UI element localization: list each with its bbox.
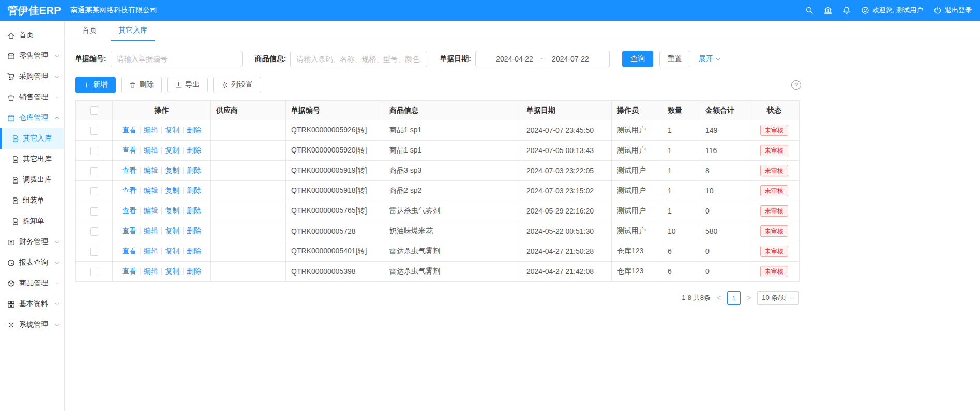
sidebar-item-sales[interactable]: 销售管理 (0, 87, 64, 108)
next-page-button[interactable]: > (746, 294, 752, 302)
download-icon (175, 82, 182, 88)
query-button-label: 查询 (630, 54, 645, 64)
delete-button[interactable]: 删除 (121, 77, 162, 93)
bell-icon[interactable] (842, 6, 851, 14)
select-all-checkbox[interactable] (90, 106, 98, 115)
sidebar-item-retail[interactable]: 零售管理 (0, 45, 64, 66)
tab-home[interactable]: 首页 (75, 21, 104, 41)
row-checkbox[interactable] (90, 187, 98, 195)
logout-text: 退出登录 (945, 6, 972, 15)
tab-other-inbound[interactable]: 其它入库 (111, 21, 155, 41)
row-action-view[interactable]: 查看 (122, 146, 137, 154)
row-action-delete[interactable]: 删除 (187, 146, 201, 154)
sidebar-item-basic[interactable]: 基本资料 (0, 294, 64, 314)
row-action-delete[interactable]: 删除 (187, 206, 201, 215)
sidebar-item-report[interactable]: 报表查询 (0, 252, 64, 273)
date-start[interactable]: 2024-04-22 (496, 55, 533, 63)
chevron-down-icon (54, 260, 60, 266)
cell-qty: 1 (662, 181, 700, 201)
column-settings-button[interactable]: 列设置 (213, 77, 261, 93)
cell-bill-no: QTRK00000005398 (286, 262, 384, 282)
filter-bar: 单据编号: 商品信息: 单据日期: 2024-04-22 ~ 2024-07-2… (75, 51, 804, 67)
row-action-edit[interactable]: 编辑 (144, 226, 158, 235)
help-icon[interactable]: ? (791, 80, 801, 90)
sidebar-item-goods[interactable]: 商品管理 (0, 273, 64, 294)
table-row: 查看|编辑|复制|删除QTRK00000005920[转]商品1 sp12024… (76, 141, 800, 161)
row-checkbox[interactable] (90, 268, 98, 276)
date-end[interactable]: 2024-07-22 (552, 55, 589, 63)
table-header-row: 操作供应商单据编号商品信息单据日期操作员数量金额合计状态 (76, 101, 800, 120)
welcome-user[interactable]: 欢迎您, 测试用户 (861, 6, 923, 15)
date-range-picker[interactable]: 2024-04-22 ~ 2024-07-22 (475, 51, 610, 67)
row-action-edit[interactable]: 编辑 (144, 126, 158, 134)
row-checkbox[interactable] (90, 147, 98, 155)
row-action-copy[interactable]: 复制 (165, 166, 179, 174)
sidebar-subitem-transfer-outbound[interactable]: 调拨出库 (0, 170, 64, 190)
sidebar-subitem-disassembly[interactable]: 拆卸单 (0, 211, 64, 232)
row-checkbox[interactable] (90, 227, 98, 236)
sidebar-item-home[interactable]: 首页 (0, 25, 64, 45)
logout-button[interactable]: 退出登录 (933, 6, 972, 15)
row-action-view[interactable]: 查看 (122, 206, 137, 215)
product-info-input[interactable] (290, 51, 427, 67)
row-action-view[interactable]: 查看 (122, 226, 137, 235)
row-action-delete[interactable]: 删除 (187, 186, 201, 194)
sidebar-subitem-other-outbound[interactable]: 其它出库 (0, 149, 64, 170)
row-action-delete[interactable]: 删除 (187, 247, 201, 255)
sidebar-item-finance[interactable]: 财务管理 (0, 232, 64, 252)
sidebar-item-warehouse[interactable]: 仓库管理 (0, 108, 64, 128)
row-action-view[interactable]: 查看 (122, 186, 137, 194)
row-action-edit[interactable]: 编辑 (144, 166, 158, 174)
row-checkbox[interactable] (90, 167, 98, 175)
row-action-view[interactable]: 查看 (122, 267, 137, 275)
expand-link[interactable]: 展开 (699, 54, 721, 64)
sidebar-item-label: 零售管理 (19, 51, 48, 60)
sidebar-subitem-assembly[interactable]: 组装单 (0, 190, 64, 211)
row-action-delete[interactable]: 删除 (187, 126, 201, 134)
row-action-copy[interactable]: 复制 (165, 146, 179, 154)
sidebar-item-purchase[interactable]: 采购管理 (0, 66, 64, 87)
search-icon[interactable] (805, 6, 813, 14)
row-action-view[interactable]: 查看 (122, 126, 137, 134)
row-action-edit[interactable]: 编辑 (144, 186, 158, 194)
sidebar: 首页零售管理采购管理销售管理仓库管理其它入库其它出库调拨出库组装单拆卸单财务管理… (0, 21, 65, 411)
row-action-copy[interactable]: 复制 (165, 226, 179, 235)
bank-icon[interactable] (824, 6, 832, 14)
export-button[interactable]: 导出 (167, 77, 208, 93)
row-action-edit[interactable]: 编辑 (144, 247, 158, 255)
row-action-copy[interactable]: 复制 (165, 206, 179, 215)
cell-bill-no: QTRK00000005765[转] (286, 201, 384, 221)
row-action-edit[interactable]: 编辑 (144, 206, 158, 215)
row-action-view[interactable]: 查看 (122, 247, 137, 255)
action-separator: | (182, 166, 184, 174)
action-separator: | (182, 126, 184, 134)
row-action-copy[interactable]: 复制 (165, 186, 179, 194)
add-button[interactable]: 新增 (75, 77, 116, 93)
prev-page-button[interactable]: < (716, 294, 722, 302)
query-button[interactable]: 查询 (622, 51, 653, 67)
sidebar-subitem-other-inbound[interactable]: 其它入库 (0, 128, 64, 149)
row-action-edit[interactable]: 编辑 (144, 146, 158, 154)
row-action-copy[interactable]: 复制 (165, 247, 179, 255)
row-checkbox[interactable] (90, 127, 98, 135)
row-action-copy[interactable]: 复制 (165, 126, 179, 134)
row-action-edit[interactable]: 编辑 (144, 267, 158, 275)
reset-button-label: 重置 (668, 54, 682, 64)
page-size-select[interactable]: 10 条/页 (757, 291, 799, 305)
bill-date-label: 单据日期: (440, 54, 471, 64)
row-action-delete[interactable]: 删除 (187, 226, 201, 235)
finance-icon (7, 238, 15, 246)
row-action-view[interactable]: 查看 (122, 166, 137, 174)
sidebar-item-system[interactable]: 系统管理 (0, 314, 64, 335)
row-action-delete[interactable]: 删除 (187, 267, 201, 275)
bill-no-input[interactable] (111, 51, 243, 67)
cell-amount: 0 (700, 201, 749, 221)
cell-supplier (211, 141, 286, 161)
current-page-button[interactable]: 1 (727, 291, 741, 305)
document-icon (11, 156, 19, 163)
row-action-copy[interactable]: 复制 (165, 267, 179, 275)
row-action-delete[interactable]: 删除 (187, 166, 201, 174)
reset-button[interactable]: 重置 (659, 51, 690, 67)
row-checkbox[interactable] (90, 207, 98, 216)
row-checkbox[interactable] (90, 248, 98, 256)
